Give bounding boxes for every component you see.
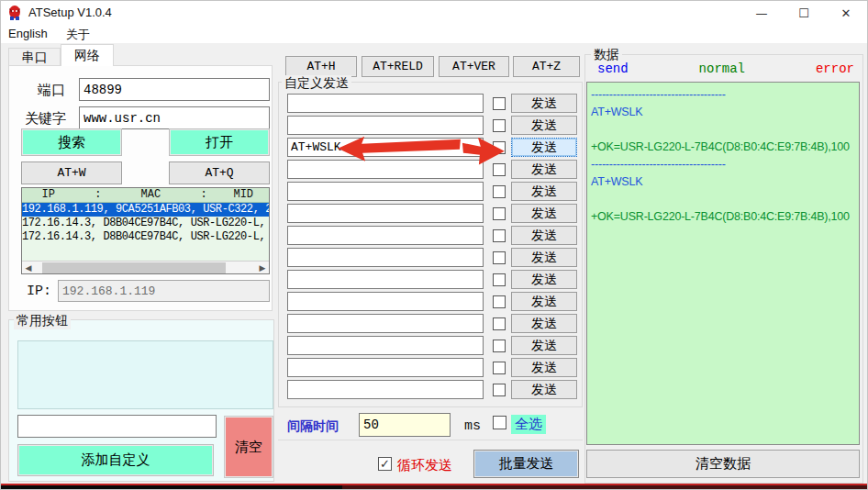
custom-send-input[interactable] — [287, 314, 484, 333]
send-button[interactable]: 发送 — [511, 226, 577, 245]
send-button[interactable]: 发送 — [511, 94, 577, 113]
custom-send-row: 发送 — [287, 116, 577, 135]
loop-send-checkbox[interactable]: ✓ — [378, 457, 392, 471]
custom-send-input[interactable] — [287, 182, 484, 201]
select-all-checkbox[interactable] — [493, 416, 506, 429]
tab-serial[interactable]: 串口 — [8, 48, 61, 66]
device-list[interactable]: IP : MAC : MID : VER 192.168.1.119, 9CA5… — [21, 187, 270, 274]
at-reld-button[interactable]: AT+RELD — [362, 56, 434, 77]
send-row-checkbox[interactable] — [493, 251, 506, 264]
menu-item-english[interactable]: English — [1, 25, 59, 43]
common-buttons-area — [17, 340, 273, 409]
send-row-checkbox[interactable] — [493, 317, 506, 330]
atq-button[interactable]: AT+Q — [169, 161, 270, 184]
menu-item-about[interactable]: 关于 — [59, 25, 101, 43]
custom-send-input[interactable] — [287, 248, 484, 267]
custom-send-input[interactable] — [287, 270, 484, 289]
send-row-checkbox[interactable] — [493, 207, 506, 220]
legend-error: error — [816, 61, 854, 76]
select-all-label[interactable]: 全选 — [511, 415, 546, 434]
custom-send-input[interactable] — [287, 94, 484, 113]
search-button[interactable]: 搜索 — [21, 128, 122, 156]
maximize-button[interactable]: ☐ — [783, 1, 825, 25]
log-line: ------------------------------------- — [591, 156, 855, 173]
send-button[interactable]: 发送 — [511, 358, 577, 377]
send-button[interactable]: 发送 — [511, 138, 577, 157]
send-button[interactable]: 发送 — [511, 116, 577, 135]
send-row-checkbox[interactable] — [493, 340, 506, 352]
send-row-checkbox[interactable] — [493, 362, 506, 374]
log-legend: sendnormalerror — [597, 61, 854, 76]
send-row-checkbox[interactable] — [493, 141, 506, 154]
send-button[interactable]: 发送 — [511, 380, 577, 399]
send-button[interactable]: 发送 — [511, 160, 577, 179]
atw-button[interactable]: AT+W — [21, 161, 122, 184]
custom-command-input[interactable] — [17, 415, 217, 438]
title-bar: ATSetup V1.0.4 —☐✕ — [1, 1, 867, 25]
app-window: ATSetup V1.0.4 —☐✕ English关于 串口 网络 端口 关键… — [0, 0, 868, 490]
custom-send-row: 发送 — [287, 380, 577, 399]
send-button[interactable]: 发送 — [511, 204, 577, 223]
keyword-input[interactable] — [79, 106, 270, 129]
ip-field — [58, 280, 270, 302]
at-ver-button[interactable]: AT+VER — [439, 56, 509, 77]
clear-data-button[interactable]: 清空数据 — [586, 450, 860, 478]
custom-send-input[interactable] — [287, 380, 484, 399]
custom-send-row: 发送 — [287, 270, 577, 289]
device-list-hscrollbar[interactable]: ◀ ▶ — [22, 261, 269, 273]
window-title: ATSetup V1.0.4 — [28, 6, 112, 19]
minimize-button[interactable]: — — [740, 1, 783, 25]
data-log[interactable]: -------------------------------------AT+… — [586, 82, 860, 445]
custom-send-input[interactable] — [287, 116, 484, 135]
custom-send-input[interactable] — [287, 358, 484, 377]
custom-send-row: 发送 — [287, 204, 577, 223]
port-input[interactable] — [79, 78, 270, 101]
send-row-checkbox[interactable] — [493, 273, 506, 286]
loop-send-label[interactable]: 循环发送 — [397, 457, 452, 474]
custom-send-input[interactable] — [287, 204, 484, 223]
interval-label: 间隔时间 — [287, 418, 339, 435]
send-row-checkbox[interactable] — [493, 229, 506, 242]
tab-network[interactable]: 网络 — [61, 44, 114, 66]
send-button[interactable]: 发送 — [511, 182, 577, 201]
separator — [278, 440, 583, 440]
scroll-track[interactable] — [35, 262, 256, 273]
device-list-row[interactable]: 192.168.1.119, 9CA5251AFB03, USR-C322, 2… — [22, 203, 269, 217]
open-button[interactable]: 打开 — [169, 128, 270, 156]
add-custom-button[interactable]: 添加自定义 — [17, 444, 214, 476]
device-list-row[interactable]: 172.16.14.3, D8B04CE97B4C, USR-LG220-L, … — [22, 230, 269, 244]
scroll-right-icon[interactable]: ▶ — [256, 262, 269, 274]
scroll-thumb[interactable] — [42, 262, 226, 273]
app-icon — [6, 5, 23, 21]
log-line: +OK=USR-LG220-L-7B4C(D8:B0:4C:E9:7B:4B),… — [591, 139, 855, 156]
send-row-checkbox[interactable] — [493, 163, 506, 176]
at-h-button[interactable]: AT+H — [285, 56, 357, 77]
send-button[interactable]: 发送 — [511, 314, 577, 333]
send-row-checkbox[interactable] — [493, 185, 506, 198]
at-z-button[interactable]: AT+Z — [513, 56, 580, 77]
send-row-checkbox[interactable] — [493, 295, 506, 308]
interval-input[interactable] — [359, 413, 451, 437]
send-row-checkbox[interactable] — [493, 97, 506, 110]
send-button[interactable]: 发送 — [511, 270, 577, 289]
custom-send-row: 发送 — [287, 160, 577, 179]
send-button[interactable]: 发送 — [511, 248, 577, 267]
send-button[interactable]: 发送 — [511, 292, 577, 311]
custom-send-input[interactable] — [287, 336, 484, 355]
batch-send-button[interactable]: 批量发送 — [473, 450, 579, 478]
send-row-checkbox[interactable] — [493, 119, 506, 132]
send-row-checkbox[interactable] — [493, 384, 506, 396]
ip-label: IP: — [27, 284, 51, 299]
custom-send-group-label: 自定义发送 — [282, 75, 351, 92]
scroll-left-icon[interactable]: ◀ — [22, 262, 35, 274]
clear-button[interactable]: 清空 — [224, 416, 273, 478]
custom-send-input[interactable] — [287, 292, 484, 311]
custom-send-input[interactable] — [287, 138, 484, 157]
custom-send-input[interactable] — [287, 160, 484, 179]
device-list-row[interactable]: 172.16.14.3, D8B04CE97B4C, USR-LG220-L, … — [22, 217, 269, 230]
custom-send-row: 发送 — [287, 94, 577, 113]
send-button[interactable]: 发送 — [511, 336, 577, 355]
close-button[interactable]: ✕ — [825, 1, 867, 25]
log-line: +OK=USR-LG220-L-7B4C(D8:B0:4C:E9:7B:4B),… — [591, 208, 855, 226]
custom-send-input[interactable] — [287, 226, 484, 245]
